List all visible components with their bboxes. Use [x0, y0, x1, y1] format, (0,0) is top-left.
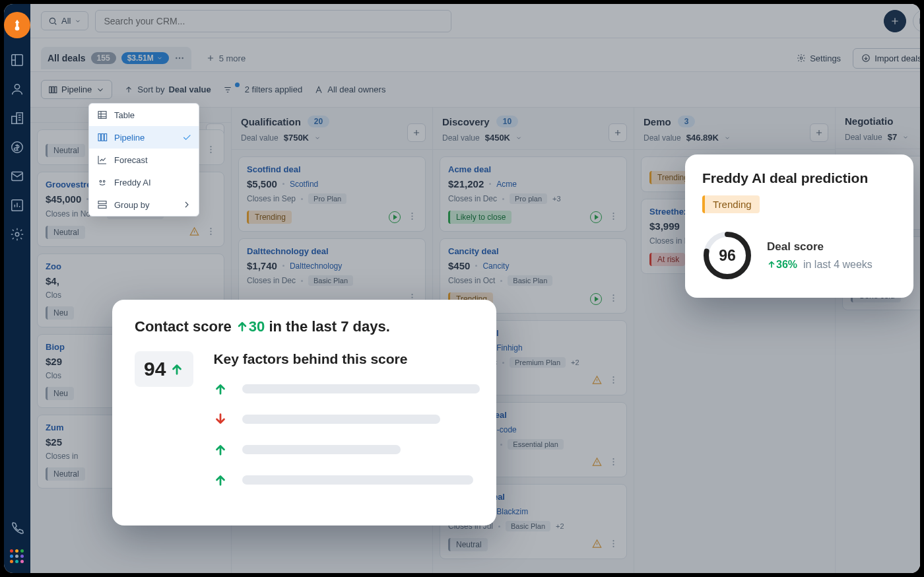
app-logo[interactable]: [4, 12, 30, 38]
plan-tag: Premium Plan: [510, 357, 566, 368]
deal-account[interactable]: Blackzim: [496, 507, 528, 516]
svg-point-53: [612, 379, 614, 380]
card-menu-icon[interactable]: [609, 211, 618, 223]
deal-account[interactable]: Finhigh: [496, 343, 522, 353]
deal-account[interactable]: Cancity: [482, 261, 509, 271]
svg-rect-3: [16, 113, 22, 124]
contacts-icon[interactable]: [10, 82, 24, 96]
svg-point-58: [612, 540, 614, 541]
deal-account[interactable]: Acme: [496, 180, 517, 189]
owners-filter[interactable]: All deal owners: [314, 85, 385, 94]
scope-dropdown[interactable]: All: [41, 11, 88, 30]
card-menu-icon[interactable]: [609, 457, 618, 469]
deal-account[interactable]: Dalttechnology: [290, 261, 342, 271]
import-deals-button[interactable]: Import deals: [853, 48, 920, 69]
svg-point-7: [15, 232, 19, 236]
more-tags[interactable]: +2: [571, 358, 579, 366]
settings-icon[interactable]: [10, 227, 24, 242]
mail-icon[interactable]: [10, 169, 24, 184]
deal-score-label: Deal score: [767, 240, 873, 254]
view-mode-dropdown[interactable]: Pipeline: [41, 80, 112, 99]
svg-point-38: [411, 215, 412, 217]
svg-rect-19: [52, 86, 54, 92]
svg-point-8: [50, 18, 55, 23]
svg-point-27: [210, 234, 211, 235]
view-option-freddy[interactable]: Freddy AI: [89, 171, 199, 193]
svg-point-12: [176, 57, 177, 59]
status-tag: Neutral: [448, 538, 488, 551]
close-date: Closes in Nov: [46, 209, 94, 219]
card-menu-icon[interactable]: [206, 226, 216, 238]
add-card-button[interactable]: [810, 123, 828, 142]
svg-point-51: [612, 300, 614, 302]
svg-rect-74: [98, 134, 100, 141]
accounts-icon[interactable]: [10, 111, 24, 125]
deal-card[interactable]: Scotfind deal $5,500Scotfind Closes in S…: [238, 156, 426, 232]
status-tag: Neu: [46, 387, 74, 400]
svg-point-78: [103, 180, 105, 182]
deal-name: Acme deal: [448, 164, 618, 174]
filters-button[interactable]: 2 filters applied: [223, 85, 302, 94]
inbox-icon[interactable]: [913, 10, 920, 32]
left-nav: [4, 4, 30, 573]
plan-tag: Basic Plan: [508, 275, 552, 286]
view-option-table[interactable]: Table: [89, 104, 199, 126]
factor-placeholder: [242, 445, 401, 454]
tab-more-icon[interactable]: [174, 53, 185, 63]
factor-placeholder: [242, 384, 480, 393]
arrow-up-icon: [213, 473, 228, 487]
deal-card[interactable]: Acme deal $21,202Acme Closes in DecPro p…: [440, 156, 627, 232]
card-menu-icon[interactable]: [407, 211, 417, 223]
card-menu-icon[interactable]: [206, 145, 216, 156]
apps-icon[interactable]: [10, 549, 24, 564]
contact-score-title: Contact score 30 in the last 7 days.: [135, 318, 390, 335]
view-option-groupby[interactable]: Group by: [89, 193, 199, 216]
svg-point-25: [210, 228, 211, 229]
plan-tag: Basic Plan: [308, 275, 353, 286]
contact-score-popover: Contact score 30 in the last 7 days. 94 …: [112, 300, 496, 526]
svg-rect-80: [98, 205, 106, 208]
card-menu-icon[interactable]: [609, 293, 618, 305]
card-menu-icon[interactable]: [609, 375, 618, 387]
play-icon[interactable]: [590, 211, 602, 223]
column-title: Qualification: [241, 116, 301, 127]
arrow-up-icon: [213, 442, 228, 457]
svg-point-57: [612, 464, 614, 465]
score-factor-row: [213, 382, 480, 396]
svg-point-77: [100, 180, 102, 182]
column-count: 20: [308, 116, 329, 127]
play-icon[interactable]: [590, 293, 602, 305]
view-header: All deals 155 $3.51M 5 more Settings: [30, 38, 920, 72]
deal-amount: $3,999: [649, 221, 680, 232]
add-card-button[interactable]: [407, 123, 426, 142]
global-search-input[interactable]: [95, 10, 451, 32]
svg-point-56: [612, 461, 614, 462]
more-tags[interactable]: +3: [552, 195, 561, 203]
play-icon[interactable]: [389, 211, 401, 223]
view-option-forecast[interactable]: Forecast: [89, 149, 199, 171]
close-date: Closes in Sep: [247, 194, 296, 203]
arrow-down-icon: [213, 412, 228, 426]
deals-icon[interactable]: [10, 140, 24, 154]
deal-account[interactable]: Scotfind: [290, 180, 318, 189]
tab-all-deals[interactable]: All deals 155 $3.51M: [41, 47, 191, 69]
more-tags[interactable]: +2: [556, 522, 564, 530]
card-menu-icon[interactable]: [609, 539, 618, 551]
quick-add-button[interactable]: [884, 10, 906, 32]
svg-point-54: [612, 382, 614, 384]
view-option-pipeline[interactable]: Pipeline: [89, 126, 199, 149]
more-views-button[interactable]: 5 more: [199, 50, 252, 67]
svg-point-26: [210, 230, 211, 232]
sort-button[interactable]: Sort by Deal value: [124, 85, 211, 94]
deal-amount: $45,000: [46, 193, 81, 205]
svg-point-41: [411, 296, 412, 298]
reports-icon[interactable]: [10, 198, 24, 213]
status-tag: Neu: [46, 306, 74, 320]
settings-link[interactable]: Settings: [791, 50, 846, 67]
deal-amount: $450: [448, 260, 470, 271]
phone-icon[interactable]: [10, 520, 24, 535]
dashboard-icon[interactable]: [10, 53, 24, 67]
svg-rect-75: [102, 134, 104, 141]
status-tag: Likely to close: [448, 211, 512, 224]
add-card-button[interactable]: [609, 123, 627, 142]
